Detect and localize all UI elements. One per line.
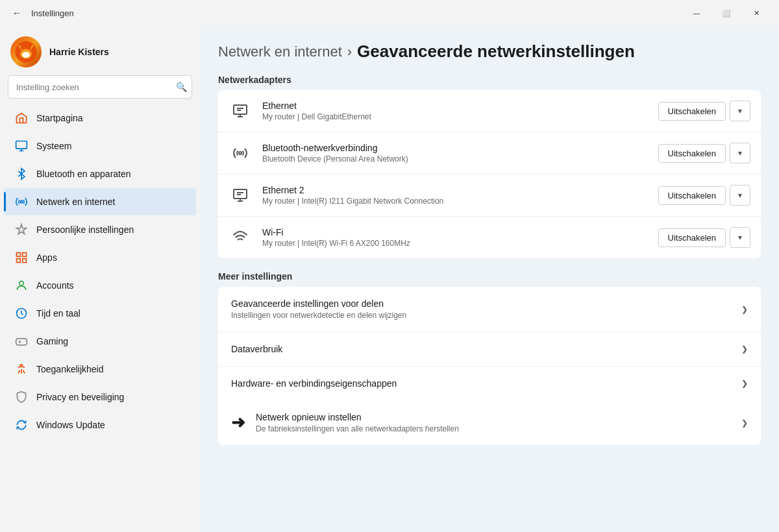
window-controls: — ⬜ ✕ xyxy=(682,3,771,23)
svg-rect-12 xyxy=(23,259,27,263)
breadcrumb-current: Geavanceerde netwerkinstellingen xyxy=(357,42,635,62)
meer-item-title-0: Geavanceerde instellingen voor delen xyxy=(231,298,741,309)
sidebar-item-toegankelijkheid[interactable]: Toegankelijkheid xyxy=(4,356,196,383)
accounts-icon xyxy=(14,278,29,293)
section2-title: Meer instellingen xyxy=(218,271,761,282)
adapter-action-1: Uitschakelen ▾ xyxy=(658,143,750,163)
sidebar-label-startpagina: Startpagina xyxy=(36,113,83,123)
breadcrumb: Netwerk en internet › Geavanceerde netwe… xyxy=(218,42,761,62)
adapter-title-0: Ethernet xyxy=(262,101,648,111)
close-button[interactable]: ✕ xyxy=(741,3,771,23)
toegankelijkheid-icon xyxy=(14,362,29,376)
disable-btn-1[interactable]: Uitschakelen xyxy=(658,144,726,163)
meer-item-text-0: Geavanceerde instellingen voor delen Ins… xyxy=(231,298,741,320)
titlebar: ← Instellingen — ⬜ ✕ xyxy=(0,0,779,26)
app-body: Harrie Kisters 🔍 Startpagina Systeem Blu… xyxy=(0,26,779,532)
update-icon xyxy=(14,418,29,432)
sidebar-item-persoonlijk[interactable]: Persoonlijke instellingen xyxy=(4,216,196,243)
meer-item-1[interactable]: Dataverbruik ❯ xyxy=(218,332,761,367)
sidebar-label-persoonlijk: Persoonlijke instellingen xyxy=(36,224,134,235)
search-box: 🔍 xyxy=(8,75,192,99)
adapter-subtitle-2: My router | Intel(R) I211 Gigabit Networ… xyxy=(262,197,648,206)
sidebar-nav: Startpagina Systeem Bluetooth en apparat… xyxy=(0,104,200,439)
sidebar-item-privacy[interactable]: Privacy en beveiliging xyxy=(4,383,196,411)
svg-point-13 xyxy=(19,281,24,285)
maximize-button[interactable]: ⬜ xyxy=(711,3,741,23)
search-icon[interactable]: 🔍 xyxy=(176,82,187,92)
adapter-title-2: Ethernet 2 xyxy=(262,185,648,195)
adapters-list: Ethernet My router | Dell GigabitEtherne… xyxy=(218,90,761,258)
expand-btn-0[interactable]: ▾ xyxy=(730,101,750,121)
svg-point-6 xyxy=(22,52,30,58)
meer-item-title-1: Dataverbruik xyxy=(231,344,741,354)
profile-name: Harrie Kisters xyxy=(49,47,109,57)
titlebar-title: Instellingen xyxy=(31,8,74,18)
adapter-action-2: Uitschakelen ▾ xyxy=(658,185,750,206)
disable-btn-3[interactable]: Uitschakelen xyxy=(658,228,726,247)
sidebar-label-update: Windows Update xyxy=(36,420,105,430)
meer-item-2[interactable]: Hardware- en verbindingseigenschappen ❯ xyxy=(218,367,761,400)
back-button[interactable]: ← xyxy=(8,4,26,22)
sidebar: Harrie Kisters 🔍 Startpagina Systeem Blu… xyxy=(0,26,200,532)
adapter-text-0: Ethernet My router | Dell GigabitEtherne… xyxy=(262,101,648,121)
reset-chevron: ❯ xyxy=(741,418,748,428)
sidebar-label-bluetooth: Bluetooth en apparaten xyxy=(36,169,131,179)
sidebar-item-netwerk[interactable]: Netwerk en internet xyxy=(4,188,196,215)
adapter-subtitle-1: Bluetooth Device (Personal Area Network) xyxy=(262,154,648,163)
sidebar-item-apps[interactable]: Apps xyxy=(4,244,196,271)
sidebar-label-gaming: Gaming xyxy=(36,336,68,346)
expand-btn-3[interactable]: ▾ xyxy=(730,227,750,248)
meer-item-title-2: Hardware- en verbindingseigenschappen xyxy=(231,378,741,389)
profile-section: Harrie Kisters xyxy=(0,26,200,75)
adapter-subtitle-3: My router | Intel(R) Wi-Fi 6 AX200 160MH… xyxy=(262,239,648,248)
tijd-icon xyxy=(14,306,29,320)
disable-btn-0[interactable]: Uitschakelen xyxy=(658,102,726,121)
sidebar-item-bluetooth[interactable]: Bluetooth en apparaten xyxy=(4,160,196,187)
svg-rect-9 xyxy=(17,253,21,257)
arrow-icon: ➜ xyxy=(231,413,245,433)
adapter-icon-3 xyxy=(229,226,252,249)
svg-rect-7 xyxy=(16,141,27,149)
adapter-title-1: Bluetooth-netwerkverbinding xyxy=(262,143,648,153)
adapter-title-3: Wi-Fi xyxy=(262,227,648,237)
adapter-item-0: Ethernet My router | Dell GigabitEtherne… xyxy=(218,90,761,132)
reset-title: Netwerk opnieuw instellen xyxy=(256,412,741,422)
sidebar-label-apps: Apps xyxy=(36,252,57,263)
sidebar-label-privacy: Privacy en beveiliging xyxy=(36,392,124,402)
sidebar-item-tijd[interactable]: Tijd en taal xyxy=(4,300,196,327)
minimize-button[interactable]: — xyxy=(682,3,711,23)
disable-btn-2[interactable]: Uitschakelen xyxy=(658,186,726,205)
persoonlijk-icon xyxy=(14,223,29,237)
systeem-icon xyxy=(14,139,29,153)
gaming-icon xyxy=(14,334,29,348)
sidebar-label-tijd: Tijd en taal xyxy=(36,308,80,319)
adapter-icon-0 xyxy=(229,99,252,123)
svg-rect-11 xyxy=(17,259,21,263)
svg-point-8 xyxy=(20,200,22,202)
sidebar-label-accounts: Accounts xyxy=(36,280,74,291)
sidebar-item-systeem[interactable]: Systeem xyxy=(4,132,196,160)
expand-btn-2[interactable]: ▾ xyxy=(730,185,750,206)
content-area: Netwerk en internet › Geavanceerde netwe… xyxy=(200,26,779,532)
adapter-item-1: Bluetooth-netwerkverbinding Bluetooth De… xyxy=(218,132,761,175)
sidebar-item-startpagina[interactable]: Startpagina xyxy=(4,104,196,132)
sidebar-label-netwerk: Netwerk en internet xyxy=(36,197,115,207)
meer-item-0[interactable]: Geavanceerde instellingen voor delen Ins… xyxy=(218,287,761,332)
sidebar-item-accounts[interactable]: Accounts xyxy=(4,272,196,299)
sidebar-item-gaming[interactable]: Gaming xyxy=(4,328,196,355)
adapter-text-2: Ethernet 2 My router | Intel(R) I211 Gig… xyxy=(262,185,648,206)
search-input[interactable] xyxy=(8,75,192,99)
expand-btn-1[interactable]: ▾ xyxy=(730,143,750,163)
adapter-item-3: Wi-Fi My router | Intel(R) Wi-Fi 6 AX200… xyxy=(218,217,761,258)
adapter-action-0: Uitschakelen ▾ xyxy=(658,101,750,121)
meer-chevron-0: ❯ xyxy=(741,305,748,314)
sidebar-label-toegankelijkheid: Toegankelijkheid xyxy=(36,364,104,374)
adapter-icon-1 xyxy=(229,141,252,165)
adapter-text-1: Bluetooth-netwerkverbinding Bluetooth De… xyxy=(262,143,648,163)
reset-item[interactable]: ➜ Netwerk opnieuw instellen De fabrieksi… xyxy=(218,400,761,445)
adapter-action-3: Uitschakelen ▾ xyxy=(658,227,750,248)
meer-chevron-1: ❯ xyxy=(741,345,748,354)
meer-item-text-2: Hardware- en verbindingseigenschappen xyxy=(231,378,741,389)
sidebar-item-update[interactable]: Windows Update xyxy=(4,411,196,439)
svg-rect-15 xyxy=(16,339,27,345)
